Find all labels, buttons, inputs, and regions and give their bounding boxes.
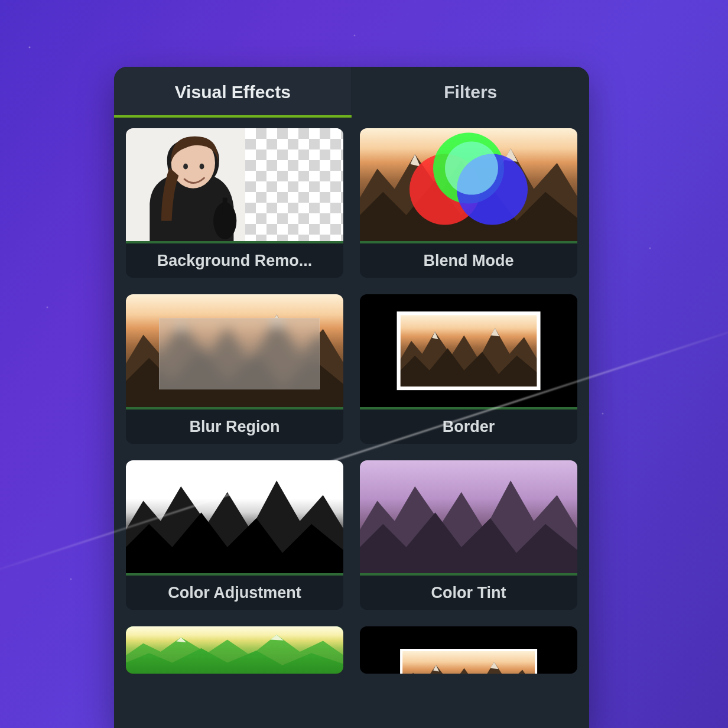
frame-icon bbox=[397, 311, 541, 391]
effect-thumb-color-adjustment bbox=[126, 460, 343, 576]
effect-thumb-blend-mode bbox=[360, 128, 577, 243]
effect-label: Background Remo... bbox=[126, 243, 343, 278]
transparency-checker-icon bbox=[245, 128, 343, 241]
effect-card-partial-right[interactable] bbox=[360, 626, 577, 674]
frame-icon bbox=[400, 649, 537, 674]
effects-grid: Background Remo... Blend Mode Blur Regio… bbox=[114, 118, 589, 674]
tab-visual-effects[interactable]: Visual Effects bbox=[114, 67, 352, 118]
effect-card-blend-mode[interactable]: Blend Mode bbox=[360, 128, 577, 278]
effect-thumb-border bbox=[360, 294, 577, 410]
tab-filters[interactable]: Filters bbox=[352, 67, 590, 118]
svg-rect-4 bbox=[223, 198, 228, 215]
effect-label: Blur Region bbox=[126, 410, 343, 444]
effect-thumb-blur-region bbox=[126, 294, 343, 410]
blur-rectangle-icon bbox=[159, 318, 320, 389]
effect-label: Color Adjustment bbox=[126, 576, 343, 610]
effect-card-border[interactable]: Border bbox=[360, 294, 577, 444]
effect-thumb-color-tint bbox=[360, 460, 577, 576]
effect-thumb-partial-left bbox=[126, 626, 343, 674]
effect-card-background-removal[interactable]: Background Remo... bbox=[126, 128, 343, 278]
svg-point-2 bbox=[200, 164, 204, 170]
effect-label: Color Tint bbox=[360, 576, 577, 610]
tab-bar: Visual Effects Filters bbox=[114, 67, 589, 118]
effect-card-blur-region[interactable]: Blur Region bbox=[126, 294, 343, 444]
effect-label: Blend Mode bbox=[360, 243, 577, 278]
effect-thumb-background-removal bbox=[126, 128, 343, 243]
person-icon bbox=[133, 128, 259, 241]
effect-thumb-partial-right bbox=[360, 626, 577, 674]
venn-icon bbox=[410, 132, 528, 233]
effect-label: Border bbox=[360, 410, 577, 444]
effect-card-color-tint[interactable]: Color Tint bbox=[360, 460, 577, 610]
effects-panel: Visual Effects Filters Backgroun bbox=[114, 67, 589, 728]
svg-point-1 bbox=[183, 164, 188, 170]
effect-card-partial-left[interactable] bbox=[126, 626, 343, 674]
effect-card-color-adjustment[interactable]: Color Adjustment bbox=[126, 460, 343, 610]
